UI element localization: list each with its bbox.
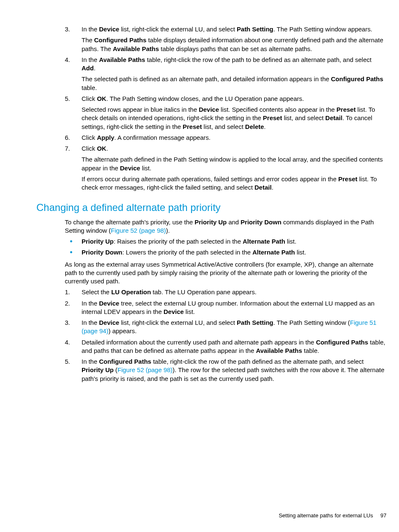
list-marker: 3. xyxy=(65,25,77,33)
list-marker: 5. xyxy=(65,95,77,103)
footer-text: Setting alternate paths for external LUs xyxy=(279,512,373,519)
paragraph: To change the alternate path's priority,… xyxy=(65,218,386,235)
page-content: 3. In the Device list, right-click the e… xyxy=(0,0,399,532)
section-body: To change the alternate path's priority,… xyxy=(65,218,386,286)
paragraph: Click OK. The Path Setting window closes… xyxy=(82,95,386,103)
list-item: 5. In the Configured Paths table, right-… xyxy=(65,357,386,383)
list-item: 6. Click Apply. A confirmation message a… xyxy=(65,134,386,142)
page-footer: Setting alternate paths for external LUs… xyxy=(279,512,386,519)
procedure-list-2: 1. Select the LU Operation tab. The LU O… xyxy=(65,288,386,383)
list-marker: 7. xyxy=(65,144,77,153)
list-item: 3. In the Device list, right-click the e… xyxy=(65,319,386,336)
paragraph: Click OK. xyxy=(82,144,386,153)
paragraph: The selected path is defined as an alter… xyxy=(82,75,386,92)
list-item: 3. In the Device list, right-click the e… xyxy=(65,25,386,53)
section-heading: Changing a defined alternate path priori… xyxy=(36,201,386,214)
paragraph: If errors occur during alternate path op… xyxy=(82,175,386,192)
xref-link[interactable]: Figure 52 (page 98) xyxy=(111,227,166,234)
paragraph: Detailed information about the currently… xyxy=(82,338,386,355)
list-item: 4. In the Available Paths table, right-c… xyxy=(65,56,386,92)
paragraph: In the Device list, right-click the exte… xyxy=(82,319,386,336)
list-item: 2. In the Device tree, select the extern… xyxy=(65,299,386,316)
list-item: Priority Down: Lowers the priority of th… xyxy=(65,248,386,257)
paragraph: Click Apply. A confirmation message appe… xyxy=(82,134,386,142)
procedure-list-1: 3. In the Device list, right-click the e… xyxy=(65,25,386,192)
list-marker: 5. xyxy=(65,357,77,366)
bullet-list: Priority Up: Raises the priority of the … xyxy=(65,237,386,257)
paragraph: Selected rows appear in blue italics in … xyxy=(82,105,386,131)
page-number: 97 xyxy=(381,512,386,519)
list-item: 5. Click OK. The Path Setting window clo… xyxy=(65,95,386,131)
paragraph: The alternate path defined in the Path S… xyxy=(82,155,386,172)
paragraph: In the Configured Paths table, right-cli… xyxy=(82,357,386,383)
list-item: 4. Detailed information about the curren… xyxy=(65,338,386,355)
list-marker: 4. xyxy=(65,338,77,347)
list-item: 1. Select the LU Operation tab. The LU O… xyxy=(65,288,386,296)
xref-link[interactable]: Figure 52 (page 98) xyxy=(118,366,173,373)
list-marker: 3. xyxy=(65,319,77,327)
paragraph: As long as the external array uses Symme… xyxy=(65,260,386,286)
list-item: Priority Up: Raises the priority of the … xyxy=(65,237,386,246)
paragraph: In the Device list, right-click the exte… xyxy=(82,25,386,33)
paragraph: The Configured Paths table displays deta… xyxy=(82,36,386,53)
paragraph: In the Available Paths table, right-clic… xyxy=(82,56,386,73)
paragraph: Select the LU Operation tab. The LU Oper… xyxy=(82,288,386,296)
list-marker: 2. xyxy=(65,299,77,308)
list-marker: 1. xyxy=(65,288,77,296)
list-marker: 4. xyxy=(65,56,77,64)
list-marker: 6. xyxy=(65,134,77,142)
list-item: 7. Click OK. The alternate path defined … xyxy=(65,144,386,192)
paragraph: In the Device tree, select the external … xyxy=(82,299,386,316)
